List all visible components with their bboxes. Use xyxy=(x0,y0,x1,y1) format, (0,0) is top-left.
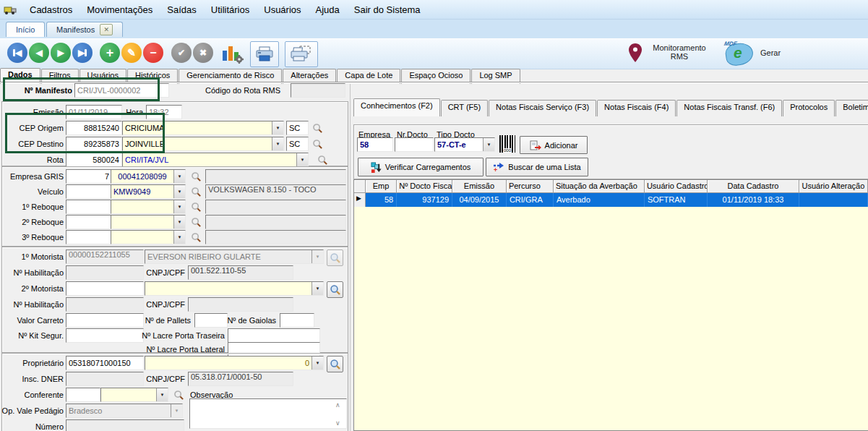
veiculo-input[interactable] xyxy=(66,184,112,199)
kit-segur-input[interactable] xyxy=(66,328,144,343)
reboque3-combo[interactable]: ▼ xyxy=(111,230,186,244)
veiculo-combo-value: KMW9049 xyxy=(111,187,173,196)
delete-record-button[interactable]: − xyxy=(143,43,163,63)
reboque1-dropdown-icon[interactable]: ▼ xyxy=(173,200,185,213)
chart-settings-icon[interactable] xyxy=(221,43,244,64)
confirm-button[interactable]: ✔ xyxy=(171,43,192,63)
tab-manifestos[interactable]: Manifestos ✕ xyxy=(46,22,123,37)
lacre-traseira-input[interactable] xyxy=(228,328,320,343)
conferente-input[interactable] xyxy=(66,388,100,402)
first-record-button[interactable]: ◀ xyxy=(7,43,27,63)
rota-dropdown-icon[interactable]: ▼ xyxy=(296,153,308,166)
motorista2-search-button[interactable] xyxy=(327,281,343,298)
proprietario-dropdown-icon[interactable]: ▼ xyxy=(311,357,323,370)
previous-record-button[interactable]: ◀ xyxy=(29,43,49,63)
reboque3-input[interactable] xyxy=(66,230,112,244)
grid-header-usuario-alteracao[interactable]: Usuário Alteração xyxy=(799,180,868,193)
close-tab-icon[interactable]: ✕ xyxy=(100,24,113,35)
conferente-search-icon[interactable] xyxy=(172,388,185,401)
monitoramento-rms-button[interactable]: Monitoramento RMS xyxy=(645,43,713,61)
empresa-gris-dropdown-icon[interactable]: ▼ xyxy=(173,170,185,183)
conferente-dropdown-icon[interactable]: ▼ xyxy=(156,388,168,401)
proprietario-search-button[interactable] xyxy=(327,356,343,372)
tipodocto-dropdown-icon[interactable]: ▼ xyxy=(483,138,494,151)
motorista2-combo[interactable]: ▼ xyxy=(145,281,324,296)
tab-crt-f5[interactable]: CRT (F5) xyxy=(441,100,488,116)
grid-row-selected[interactable]: ▶ 58 937129 04/09/2015 CRI/GRA Averbado … xyxy=(354,193,868,207)
motorista2-dropdown-icon[interactable]: ▼ xyxy=(311,282,323,295)
veiculo-dropdown-icon[interactable]: ▼ xyxy=(173,185,185,198)
grid-header-emissao[interactable]: Emissão xyxy=(452,180,507,193)
menu-cadastros[interactable]: Cadastros xyxy=(22,1,80,18)
tab-inicio[interactable]: Início xyxy=(6,22,45,37)
grid-header-percurso[interactable]: Percurso xyxy=(507,180,554,193)
grid-header-usuario-cadastro[interactable]: Usuário Cadastro xyxy=(645,180,708,193)
last-record-button[interactable]: ▶ xyxy=(72,43,93,63)
cep-origem-uf-field[interactable] xyxy=(286,121,309,135)
add-record-button[interactable]: + xyxy=(100,43,120,63)
adicionar-button[interactable]: Adicionar xyxy=(520,136,588,154)
empresa-gris-search-icon[interactable] xyxy=(189,170,202,183)
reboque2-input[interactable] xyxy=(66,215,112,229)
barcode-icon[interactable]: 000 xyxy=(499,135,515,153)
menu-usuarios[interactable]: Usuários xyxy=(257,1,308,18)
cep-origem-dropdown-icon[interactable]: ▼ xyxy=(272,121,283,135)
rota-combo[interactable]: CRI/ITA/JVL ▼ xyxy=(122,153,309,167)
cancel-button[interactable]: ✖ xyxy=(193,43,213,63)
reboque3-dropdown-icon[interactable]: ▼ xyxy=(173,231,185,244)
menu-utilitarios[interactable]: Utilitários xyxy=(204,1,257,18)
reboque1-search-icon[interactable] xyxy=(189,200,202,213)
proprietario-input[interactable] xyxy=(66,356,144,370)
pallets-input[interactable] xyxy=(194,313,228,328)
gaiolas-input[interactable] xyxy=(280,313,314,328)
reboque1-input[interactable] xyxy=(66,200,112,214)
gerar-mdfe-button[interactable]: Gerar xyxy=(760,48,781,57)
observacao-scroll-down-icon[interactable]: ∨ xyxy=(335,420,340,427)
cep-destino-dropdown-icon[interactable]: ▼ xyxy=(272,137,283,150)
valor-carreto-input[interactable] xyxy=(66,313,144,328)
reboque2-search-icon[interactable] xyxy=(189,216,202,229)
rota-input[interactable] xyxy=(66,153,122,167)
grid-header-emp[interactable]: Emp xyxy=(366,180,397,193)
print-preview-button[interactable] xyxy=(285,41,318,67)
menu-movimentacoes[interactable]: Movimentações xyxy=(80,1,160,18)
cep-destino-uf-field[interactable] xyxy=(286,137,309,151)
reboque2-combo[interactable]: ▼ xyxy=(111,215,186,229)
empresa-doc-input[interactable] xyxy=(357,137,393,152)
documents-grid[interactable]: Emp Nº Docto Fiscal Emissão Percurso Sit… xyxy=(353,179,868,431)
motorista2-input[interactable] xyxy=(66,281,144,296)
tab-protocolos[interactable]: Protocolos xyxy=(783,100,835,116)
tab-notas-fiscais-transf-f6[interactable]: Notas Fiscais Transf. (F6) xyxy=(676,100,782,116)
observacao-scroll-up-icon[interactable]: ∧ xyxy=(335,402,340,409)
reboque3-search-icon[interactable] xyxy=(189,231,202,244)
next-record-button[interactable]: ▶ xyxy=(51,43,71,63)
rota-search-icon[interactable] xyxy=(316,153,329,166)
tab-notas-fiscais-f4[interactable]: Notas Fiscais (F4) xyxy=(597,100,676,116)
empresa-gris-combo[interactable]: 00041208099 ▼ xyxy=(111,169,186,184)
nrdocto-input[interactable] xyxy=(395,137,434,152)
proprietario-combo[interactable]: 0 ▼ xyxy=(145,356,324,370)
observacao-textarea[interactable] xyxy=(189,398,347,429)
grid-header-situacao[interactable]: Situação da Averbação xyxy=(554,180,645,193)
tipodocto-combo[interactable]: 57-CT-e ▼ xyxy=(434,137,495,152)
menu-saidas[interactable]: Saídas xyxy=(160,1,203,18)
cep-origem-search-icon[interactable] xyxy=(311,121,324,135)
conferente-combo[interactable]: ▼ xyxy=(100,388,168,402)
menu-sair-do-sistema[interactable]: Sair do Sistema xyxy=(347,1,428,18)
grid-header-docto-fiscal[interactable]: Nº Docto Fiscal xyxy=(397,180,452,193)
cep-destino-search-icon[interactable] xyxy=(311,137,324,150)
reboque2-dropdown-icon[interactable]: ▼ xyxy=(173,216,185,229)
grid-header-data-cadastro[interactable]: Data Cadastro xyxy=(708,180,800,193)
tab-boletim-de-ocorrencia[interactable]: Boletim de Ocorrênc xyxy=(835,100,868,116)
menu-ajuda[interactable]: Ajuda xyxy=(309,1,347,18)
veiculo-search-icon[interactable] xyxy=(189,185,202,198)
tab-notas-fiscais-servico-f3[interactable]: Notas Fiscais Serviço (F3) xyxy=(489,100,596,116)
buscar-de-uma-lista-button[interactable]: + Buscar de uma Lista xyxy=(486,158,588,176)
tab-conhecimentos-f2[interactable]: Conhecimentos (F2) xyxy=(353,98,440,116)
empresa-gris-input[interactable] xyxy=(66,169,112,184)
verificar-carregamentos-button[interactable]: Verificar Carregamentos xyxy=(358,158,484,176)
reboque1-combo[interactable]: ▼ xyxy=(111,200,186,214)
edit-record-button[interactable]: ✎ xyxy=(121,43,142,63)
print-button[interactable] xyxy=(250,41,279,67)
veiculo-combo[interactable]: KMW9049 ▼ xyxy=(111,184,186,199)
